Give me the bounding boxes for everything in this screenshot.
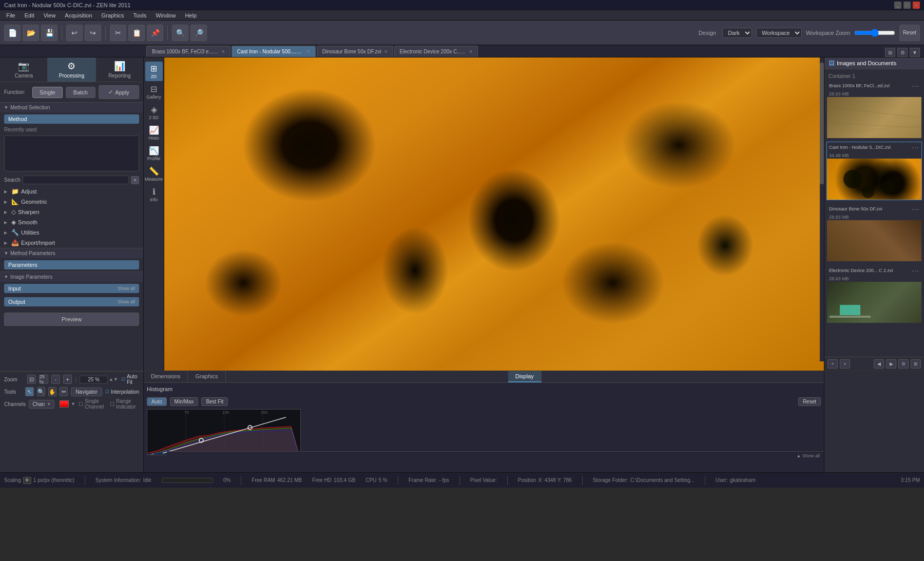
tree-item-geometric[interactable]: ▶ 📐 Geometric: [0, 197, 143, 207]
tree-item-export[interactable]: ▶ 📤 Export/Import: [0, 238, 143, 248]
hist-auto-button[interactable]: Auto: [147, 397, 167, 406]
tab-close-cast-iron[interactable]: ×: [307, 49, 310, 54]
tree-item-adjust[interactable]: ▶ 📁 Adjust: [0, 186, 143, 197]
hist-reset-button[interactable]: Reset: [798, 397, 821, 406]
view-measure-button[interactable]: 📏 Measure: [145, 164, 163, 184]
menu-tools[interactable]: Tools: [129, 11, 151, 20]
menu-acquisition[interactable]: Acquisition: [61, 11, 96, 20]
nav-tab-reporting[interactable]: 📊 Reporting: [96, 57, 143, 82]
hist-bestfit-button[interactable]: Best Fit: [201, 397, 228, 406]
menu-window[interactable]: Window: [151, 11, 180, 20]
rp-add-button[interactable]: +: [827, 359, 838, 369]
dimensions-tab[interactable]: Dimensions: [144, 371, 188, 382]
image-bone-menu[interactable]: ···: [912, 205, 919, 213]
paste-button[interactable]: 📌: [147, 25, 163, 41]
image-item-cast-iron[interactable]: Cast Iron - Nodular 5...DIC.zvi ··· 34.4…: [826, 142, 922, 200]
maximize-button[interactable]: □: [903, 2, 911, 9]
show-all-bar[interactable]: ▲ Show all: [167, 451, 824, 459]
image-electronic-menu[interactable]: ···: [912, 266, 919, 275]
menu-help[interactable]: Help: [181, 11, 201, 20]
new-button[interactable]: 📄: [4, 25, 21, 41]
zoom-in-button[interactable]: +: [63, 375, 72, 384]
view-2d-button[interactable]: ⊞ 2D: [145, 62, 163, 81]
zoom-in-button[interactable]: 🔍: [172, 25, 188, 41]
tab-cast-iron[interactable]: Cast Iron - Nodular 500....DIC.zvi ×: [232, 46, 316, 57]
zoom-100-button[interactable]: 25 %: [39, 375, 48, 384]
view-info-button[interactable]: ℹ Info: [145, 185, 163, 204]
input-bar[interactable]: Input Show all: [4, 284, 139, 293]
scaling-settings-button[interactable]: ⚙: [23, 477, 31, 484]
tab-close-electronic[interactable]: ×: [470, 49, 473, 54]
rp-expand-button[interactable]: ⊞: [911, 359, 921, 369]
menu-file[interactable]: File: [2, 11, 20, 20]
tool-pointer-button[interactable]: ↖: [25, 387, 33, 396]
rp-prev-button[interactable]: ◀: [874, 359, 884, 369]
menu-graphics[interactable]: Graphics: [98, 11, 128, 20]
interpolation-checkbox[interactable]: ☑ Interpolation: [105, 389, 139, 395]
copy-button[interactable]: 📋: [128, 25, 145, 41]
vertical-scrollbar-thumb[interactable]: [820, 63, 824, 184]
single-mode-button[interactable]: Single: [32, 87, 63, 98]
output-bar[interactable]: Output Show all: [4, 297, 139, 306]
view-histo-button[interactable]: 📈 Histo: [145, 123, 163, 143]
design-mode-select[interactable]: Dark Light: [722, 28, 752, 38]
image-parameters-header[interactable]: ▼ Image Parameters: [0, 272, 143, 282]
channels-dropdown[interactable]: Chan ▼: [29, 400, 54, 409]
tab-brass[interactable]: Brass 1000x BF, FeCl3 e...ed.zvi* ×: [146, 46, 230, 57]
nav-tab-processing[interactable]: ⚙ Processing: [48, 57, 95, 82]
tool-pan-button[interactable]: ✋: [48, 387, 56, 396]
minimize-button[interactable]: _: [894, 2, 901, 9]
image-item-electronic[interactable]: Electronic Device 200... C 2.zvi ··· 28.…: [826, 265, 922, 323]
tab-bone[interactable]: Dinosaur Bone 50x DF.zvi ×: [317, 46, 393, 57]
zoom-input[interactable]: [80, 376, 108, 383]
output-show-all[interactable]: Show all: [118, 299, 135, 304]
image-cast-iron-menu[interactable]: ···: [912, 143, 919, 151]
more-button[interactable]: ▼: [910, 48, 920, 57]
image-brass-menu[interactable]: ···: [912, 82, 919, 90]
grid-view-button[interactable]: ⊞: [885, 48, 895, 57]
method-selection-header[interactable]: ▼ Method Selection: [0, 102, 143, 112]
cut-button[interactable]: ✂: [110, 25, 126, 41]
display-tab[interactable]: Display: [508, 371, 542, 382]
view-profile-button[interactable]: 📉 Profile: [145, 144, 163, 163]
zoom-out-button[interactable]: -: [51, 375, 60, 384]
save-button[interactable]: 💾: [41, 25, 57, 41]
single-channel-checkbox[interactable]: ☐ Single Channel: [79, 398, 107, 410]
rp-settings-button[interactable]: ⚙: [898, 359, 909, 369]
view-gallery-button[interactable]: ⊟ Gallery: [145, 82, 163, 102]
view-2-5d-button[interactable]: ◈ 2.5D: [145, 103, 163, 122]
tool-zoom-button[interactable]: 🔍: [37, 387, 45, 396]
channel-dropdown-arrow[interactable]: ▼: [71, 401, 75, 407]
reset-button[interactable]: Reset: [899, 25, 920, 41]
parameters-bar[interactable]: Parameters: [4, 260, 139, 269]
batch-mode-button[interactable]: Batch: [66, 87, 96, 98]
method-bar[interactable]: Method: [4, 114, 139, 124]
tab-close-brass[interactable]: ×: [222, 49, 225, 54]
workspace-zoom-slider[interactable]: [854, 29, 895, 37]
input-show-all[interactable]: Show all: [118, 286, 135, 291]
tool-measure-button[interactable]: ✏: [60, 387, 68, 396]
graphics-tab[interactable]: Graphics: [188, 371, 225, 382]
tree-item-sharpen[interactable]: ▶ ◇ Sharpen: [0, 207, 143, 217]
range-indicator-checkbox[interactable]: ☐ Range Indicator: [110, 398, 139, 410]
tree-item-smooth[interactable]: ▶ ◈ Smooth: [0, 217, 143, 227]
menu-edit[interactable]: Edit: [21, 11, 38, 20]
search-input[interactable]: [23, 176, 129, 184]
hist-minmax-button[interactable]: Min/Max: [170, 397, 199, 406]
auto-fit-checkbox[interactable]: ☑ Auto Fit: [121, 374, 139, 385]
zoom-out-button[interactable]: 🔎: [190, 25, 207, 41]
redo-button[interactable]: ↪: [85, 25, 101, 41]
apply-button[interactable]: ✓ Apply: [99, 85, 139, 99]
rp-remove-button[interactable]: ×: [840, 359, 850, 369]
tree-item-utilities[interactable]: ▶ 🔧 Utilities: [0, 227, 143, 238]
close-button[interactable]: ×: [913, 2, 920, 9]
open-button[interactable]: 📂: [23, 25, 39, 41]
image-item-brass[interactable]: Brass 1000x BF, FeCl...ed.zvi ··· 28.63 …: [826, 80, 922, 139]
tab-close-bone[interactable]: ×: [384, 49, 388, 54]
zoom-fit-button[interactable]: ⊡: [27, 375, 36, 384]
image-canvas-area[interactable]: [164, 57, 824, 371]
navigator-button[interactable]: Navigator: [71, 388, 102, 396]
vertical-scrollbar[interactable]: [820, 57, 824, 361]
tab-electronic[interactable]: Electronic Device 200x C... C 2.zvi ×: [394, 46, 478, 57]
undo-button[interactable]: ↩: [66, 25, 83, 41]
